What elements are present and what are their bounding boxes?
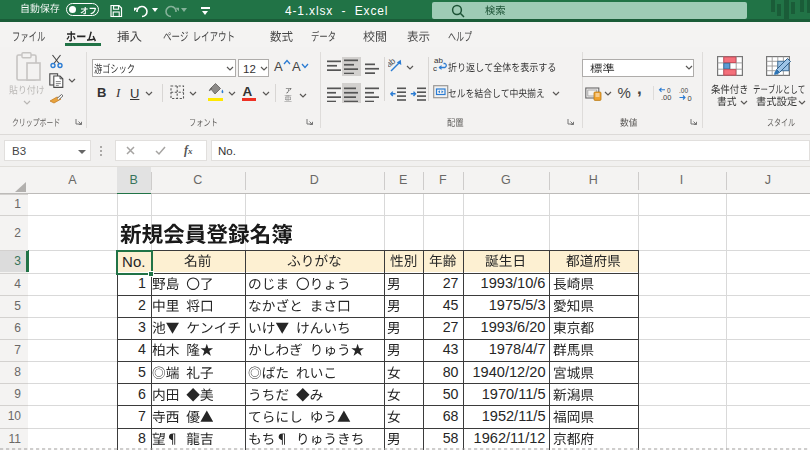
svg-text:0: 0	[667, 87, 671, 94]
svg-text:.00: .00	[661, 93, 671, 102]
svg-text:.00: .00	[679, 87, 688, 94]
svg-text:0: 0	[688, 94, 692, 103]
svg-text:c: c	[433, 64, 437, 73]
svg-text:ab: ab	[388, 58, 398, 69]
